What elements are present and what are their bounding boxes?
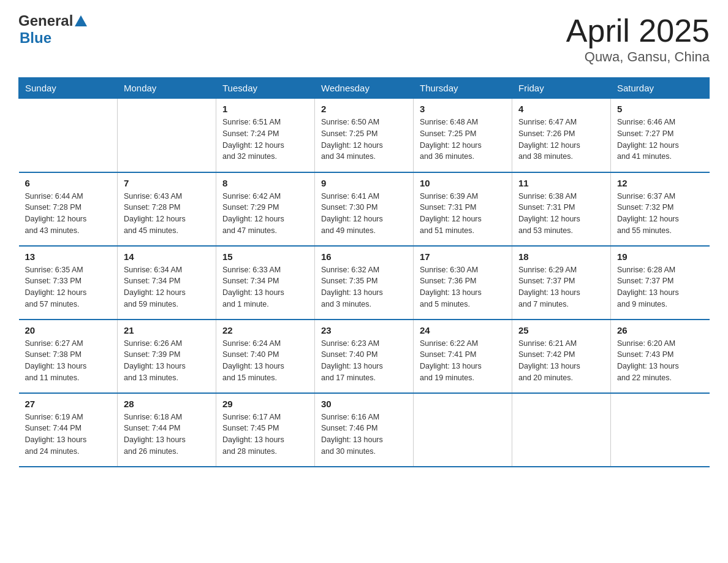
day-number: 25 (518, 325, 604, 335)
day-number: 19 (617, 251, 703, 262)
calendar-cell (118, 99, 216, 172)
calendar-cell: 6Sunrise: 6:44 AM Sunset: 7:28 PM Daylig… (19, 172, 118, 246)
day-info: Sunrise: 6:51 AM Sunset: 7:24 PM Dayligh… (222, 117, 308, 163)
day-number: 8 (222, 178, 308, 188)
weekday-header-friday: Friday (512, 78, 611, 99)
day-info: Sunrise: 6:32 AM Sunset: 7:35 PM Dayligh… (321, 264, 407, 310)
calendar-week-row: 13Sunrise: 6:35 AM Sunset: 7:33 PM Dayli… (19, 246, 710, 320)
calendar-cell: 18Sunrise: 6:29 AM Sunset: 7:37 PM Dayli… (512, 246, 611, 320)
calendar-cell: 17Sunrise: 6:30 AM Sunset: 7:36 PM Dayli… (414, 246, 512, 320)
day-number: 16 (321, 251, 407, 262)
day-number: 28 (124, 399, 210, 409)
day-info: Sunrise: 6:34 AM Sunset: 7:34 PM Dayligh… (124, 264, 210, 310)
calendar-cell: 29Sunrise: 6:17 AM Sunset: 7:45 PM Dayli… (216, 393, 315, 467)
day-info: Sunrise: 6:35 AM Sunset: 7:33 PM Dayligh… (25, 264, 112, 310)
logo-triangle-icon (75, 15, 87, 26)
day-info: Sunrise: 6:47 AM Sunset: 7:26 PM Dayligh… (518, 117, 604, 163)
day-info: Sunrise: 6:37 AM Sunset: 7:32 PM Dayligh… (617, 191, 703, 237)
day-number: 30 (321, 399, 407, 409)
calendar-cell: 28Sunrise: 6:18 AM Sunset: 7:44 PM Dayli… (118, 393, 216, 467)
calendar-cell (19, 99, 118, 172)
calendar-cell: 25Sunrise: 6:21 AM Sunset: 7:42 PM Dayli… (512, 320, 611, 393)
calendar-cell: 7Sunrise: 6:43 AM Sunset: 7:28 PM Daylig… (118, 172, 216, 246)
day-number: 26 (617, 325, 703, 335)
day-number: 20 (25, 325, 112, 335)
day-info: Sunrise: 6:19 AM Sunset: 7:44 PM Dayligh… (25, 412, 112, 458)
calendar-cell: 12Sunrise: 6:37 AM Sunset: 7:32 PM Dayli… (611, 172, 710, 246)
logo-blue-text: Blue (20, 29, 51, 47)
day-number: 5 (617, 104, 703, 114)
calendar-cell: 30Sunrise: 6:16 AM Sunset: 7:46 PM Dayli… (315, 393, 414, 467)
day-info: Sunrise: 6:22 AM Sunset: 7:41 PM Dayligh… (420, 338, 506, 384)
calendar-cell: 27Sunrise: 6:19 AM Sunset: 7:44 PM Dayli… (19, 393, 118, 467)
weekday-header-thursday: Thursday (414, 78, 512, 99)
day-info: Sunrise: 6:21 AM Sunset: 7:42 PM Dayligh… (518, 338, 604, 384)
day-info: Sunrise: 6:43 AM Sunset: 7:28 PM Dayligh… (124, 191, 210, 237)
calendar-cell: 24Sunrise: 6:22 AM Sunset: 7:41 PM Dayli… (414, 320, 512, 393)
day-info: Sunrise: 6:18 AM Sunset: 7:44 PM Dayligh… (124, 412, 210, 458)
calendar-cell (414, 393, 512, 467)
day-number: 10 (420, 178, 506, 188)
day-number: 7 (124, 178, 210, 188)
day-info: Sunrise: 6:38 AM Sunset: 7:31 PM Dayligh… (518, 191, 604, 237)
calendar-week-row: 1Sunrise: 6:51 AM Sunset: 7:24 PM Daylig… (19, 99, 710, 172)
calendar-cell: 5Sunrise: 6:46 AM Sunset: 7:27 PM Daylig… (611, 99, 710, 172)
day-info: Sunrise: 6:28 AM Sunset: 7:37 PM Dayligh… (617, 264, 703, 310)
day-info: Sunrise: 6:44 AM Sunset: 7:28 PM Dayligh… (25, 191, 112, 237)
day-number: 15 (222, 251, 308, 262)
day-info: Sunrise: 6:17 AM Sunset: 7:45 PM Dayligh… (222, 412, 308, 458)
weekday-header-wednesday: Wednesday (315, 78, 414, 99)
calendar-week-row: 6Sunrise: 6:44 AM Sunset: 7:28 PM Daylig… (19, 172, 710, 246)
day-info: Sunrise: 6:50 AM Sunset: 7:25 PM Dayligh… (321, 117, 407, 163)
day-number: 23 (321, 325, 407, 335)
calendar-cell: 8Sunrise: 6:42 AM Sunset: 7:29 PM Daylig… (216, 172, 315, 246)
weekday-header-tuesday: Tuesday (216, 78, 315, 99)
calendar-cell: 3Sunrise: 6:48 AM Sunset: 7:25 PM Daylig… (414, 99, 512, 172)
location-title: Quwa, Gansu, China (566, 49, 710, 65)
day-number: 27 (25, 399, 112, 409)
day-info: Sunrise: 6:24 AM Sunset: 7:40 PM Dayligh… (222, 338, 308, 384)
day-number: 22 (222, 325, 308, 335)
day-number: 12 (617, 178, 703, 188)
day-info: Sunrise: 6:27 AM Sunset: 7:38 PM Dayligh… (25, 338, 112, 384)
calendar-cell (611, 393, 710, 467)
day-info: Sunrise: 6:26 AM Sunset: 7:39 PM Dayligh… (124, 338, 210, 384)
day-number: 17 (420, 251, 506, 262)
day-info: Sunrise: 6:42 AM Sunset: 7:29 PM Dayligh… (222, 191, 308, 237)
day-number: 21 (124, 325, 210, 335)
logo: General Blue (18, 12, 87, 47)
title-block: April 2025 Quwa, Gansu, China (566, 12, 710, 65)
day-info: Sunrise: 6:23 AM Sunset: 7:40 PM Dayligh… (321, 338, 407, 384)
calendar-cell: 23Sunrise: 6:23 AM Sunset: 7:40 PM Dayli… (315, 320, 414, 393)
calendar-header: SundayMondayTuesdayWednesdayThursdayFrid… (19, 78, 710, 99)
day-number: 6 (25, 178, 112, 188)
day-number: 29 (222, 399, 308, 409)
day-number: 11 (518, 178, 604, 188)
day-info: Sunrise: 6:41 AM Sunset: 7:30 PM Dayligh… (321, 191, 407, 237)
calendar-cell: 10Sunrise: 6:39 AM Sunset: 7:31 PM Dayli… (414, 172, 512, 246)
calendar-cell: 20Sunrise: 6:27 AM Sunset: 7:38 PM Dayli… (19, 320, 118, 393)
calendar-cell: 2Sunrise: 6:50 AM Sunset: 7:25 PM Daylig… (315, 99, 414, 172)
day-number: 9 (321, 178, 407, 188)
weekday-header-saturday: Saturday (611, 78, 710, 99)
day-number: 4 (518, 104, 604, 114)
day-info: Sunrise: 6:39 AM Sunset: 7:31 PM Dayligh… (420, 191, 506, 237)
calendar-cell: 13Sunrise: 6:35 AM Sunset: 7:33 PM Dayli… (19, 246, 118, 320)
calendar-cell: 11Sunrise: 6:38 AM Sunset: 7:31 PM Dayli… (512, 172, 611, 246)
day-number: 2 (321, 104, 407, 114)
calendar-cell: 16Sunrise: 6:32 AM Sunset: 7:35 PM Dayli… (315, 246, 414, 320)
calendar-cell: 4Sunrise: 6:47 AM Sunset: 7:26 PM Daylig… (512, 99, 611, 172)
day-info: Sunrise: 6:30 AM Sunset: 7:36 PM Dayligh… (420, 264, 506, 310)
day-info: Sunrise: 6:20 AM Sunset: 7:43 PM Dayligh… (617, 338, 703, 384)
calendar-table: SundayMondayTuesdayWednesdayThursdayFrid… (18, 77, 710, 467)
page-header: General Blue April 2025 Quwa, Gansu, Chi… (18, 12, 710, 65)
day-number: 18 (518, 251, 604, 262)
calendar-cell: 14Sunrise: 6:34 AM Sunset: 7:34 PM Dayli… (118, 246, 216, 320)
month-title: April 2025 (566, 12, 710, 49)
logo-general-text: General (18, 12, 73, 29)
calendar-week-row: 27Sunrise: 6:19 AM Sunset: 7:44 PM Dayli… (19, 393, 710, 467)
weekday-header-monday: Monday (118, 78, 216, 99)
day-info: Sunrise: 6:48 AM Sunset: 7:25 PM Dayligh… (420, 117, 506, 163)
day-info: Sunrise: 6:29 AM Sunset: 7:37 PM Dayligh… (518, 264, 604, 310)
weekday-header-sunday: Sunday (19, 78, 118, 99)
